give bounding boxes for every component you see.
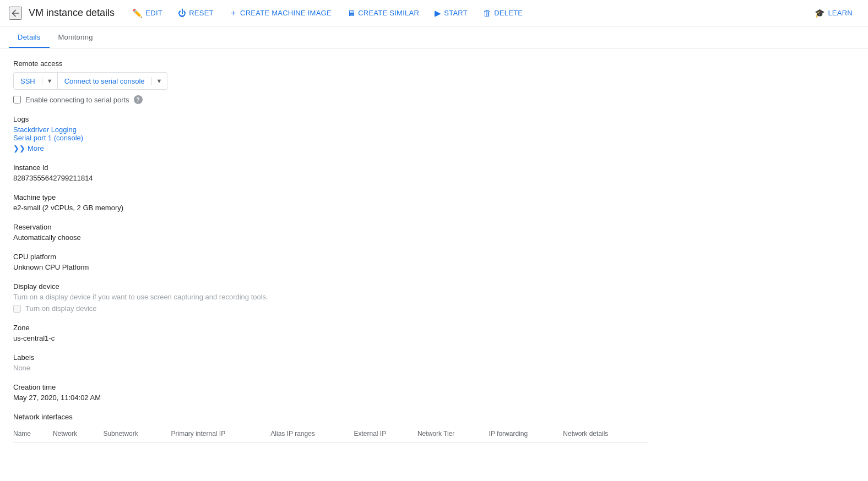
machine-type-label: Machine type — [13, 193, 648, 201]
zone-label: Zone — [13, 324, 648, 332]
serial-console-label: Connect to serial console — [58, 77, 152, 85]
creation-time-section: Creation time May 27, 2020, 11:04:02 AM — [13, 383, 648, 402]
create-similar-button[interactable]: 🖥 CREATE SIMILAR — [340, 5, 426, 21]
cpu-platform-section: CPU platform Unknown CPU Platform — [13, 253, 648, 271]
reservation-label: Reservation — [13, 223, 648, 231]
col-network: Network — [53, 425, 104, 442]
start-button[interactable]: ▶ START — [428, 5, 474, 21]
cpu-platform-label: CPU platform — [13, 253, 648, 261]
ssh-label: SSH — [14, 77, 42, 85]
enable-serial-row: Enable connecting to serial ports ? — [13, 95, 648, 104]
enable-serial-label: Enable connecting to serial ports — [25, 96, 129, 104]
learn-icon: 🎓 — [815, 8, 825, 18]
machine-type-section: Machine type e2-small (2 vCPUs, 2 GB mem… — [13, 193, 648, 212]
display-device-label: Display device — [13, 282, 648, 291]
logs-label: Logs — [13, 115, 648, 123]
labels-value: None — [13, 364, 648, 372]
labels-label: Labels — [13, 353, 648, 362]
edit-icon: ✏️ — [132, 8, 143, 18]
labels-section: Labels None — [13, 353, 648, 372]
cpu-platform-value: Unknown CPU Platform — [13, 263, 648, 271]
delete-button[interactable]: 🗑 DELETE — [476, 5, 529, 21]
display-device-checkbox-row: Turn on display device — [13, 304, 648, 313]
machine-type-value: e2-small (2 vCPUs, 2 GB memory) — [13, 204, 648, 212]
main-content: Remote access SSH ▼ Connect to serial co… — [0, 48, 661, 464]
toolbar: VM instance details ✏️ EDIT ⏻ RESET ＋ CR… — [0, 0, 868, 26]
more-logs-link[interactable]: ❯❯ More — [13, 144, 648, 152]
creation-time-label: Creation time — [13, 383, 648, 391]
edit-button[interactable]: ✏️ EDIT — [126, 5, 169, 21]
creation-time-value: May 27, 2020, 11:04:02 AM — [13, 393, 648, 402]
network-interfaces-section: Network interfaces Name Network Subnetwo… — [13, 413, 648, 442]
help-icon[interactable]: ? — [134, 95, 143, 104]
logs-section: Logs Stackdriver Logging Serial port 1 (… — [13, 115, 648, 152]
display-device-checkbox-label: Turn on display device — [25, 304, 97, 313]
col-network-details: Network details — [563, 425, 648, 442]
col-ip-forwarding: IP forwarding — [489, 425, 563, 442]
create-similar-icon: 🖥 — [347, 8, 355, 18]
tabs-bar: Details Monitoring — [0, 26, 868, 48]
col-alias-ip: Alias IP ranges — [270, 425, 354, 442]
col-name: Name — [13, 425, 53, 442]
delete-icon: 🗑 — [483, 8, 491, 18]
remote-access-row: SSH ▼ Connect to serial console ▼ — [13, 72, 648, 90]
tab-details[interactable]: Details — [9, 26, 50, 48]
network-interfaces-label: Network interfaces — [13, 413, 648, 421]
col-subnetwork: Subnetwork — [103, 425, 171, 442]
create-machine-image-icon: ＋ — [229, 8, 237, 18]
zone-value: us-central1-c — [13, 334, 648, 342]
reservation-value: Automatically choose — [13, 233, 648, 242]
reservation-section: Reservation Automatically choose — [13, 223, 648, 242]
reset-button[interactable]: ⏻ RESET — [171, 5, 220, 21]
display-device-section: Display device Turn on a display device … — [13, 282, 648, 313]
reset-icon: ⏻ — [178, 8, 186, 18]
page-title: VM instance details — [29, 7, 115, 19]
enable-serial-checkbox[interactable] — [13, 96, 21, 103]
network-table-header-row: Name Network Subnetwork Primary internal… — [13, 425, 648, 442]
tab-monitoring[interactable]: Monitoring — [50, 26, 102, 48]
serial-dropdown-arrow[interactable]: ▼ — [152, 78, 167, 84]
col-primary-ip: Primary internal IP — [171, 425, 271, 442]
create-machine-image-button[interactable]: ＋ CREATE MACHINE IMAGE — [223, 4, 338, 21]
network-table: Name Network Subnetwork Primary internal… — [13, 425, 648, 442]
col-network-tier: Network Tier — [417, 425, 489, 442]
instance-id-section: Instance Id 82873555642799211814 — [13, 163, 648, 182]
remote-access-section: Remote access SSH ▼ Connect to serial co… — [13, 59, 648, 104]
serial-console-button[interactable]: Connect to serial console ▼ — [58, 72, 167, 90]
ssh-button[interactable]: SSH ▼ — [13, 72, 58, 90]
learn-button[interactable]: 🎓 LEARN — [808, 5, 859, 21]
instance-id-label: Instance Id — [13, 163, 648, 172]
serial-port-link[interactable]: Serial port 1 (console) — [13, 134, 83, 142]
zone-section: Zone us-central1-c — [13, 324, 648, 342]
instance-id-value: 82873555642799211814 — [13, 174, 648, 182]
ssh-dropdown-arrow[interactable]: ▼ — [42, 78, 57, 84]
chevron-down-icon: ❯❯ — [13, 144, 25, 152]
display-device-desc: Turn on a display device if you want to … — [13, 293, 648, 301]
col-external-ip: External IP — [354, 425, 417, 442]
display-device-checkbox[interactable] — [13, 305, 21, 313]
start-icon: ▶ — [435, 8, 441, 18]
stackdriver-logging-link[interactable]: Stackdriver Logging — [13, 125, 77, 134]
back-button[interactable] — [9, 7, 22, 20]
remote-access-label: Remote access — [13, 59, 648, 68]
